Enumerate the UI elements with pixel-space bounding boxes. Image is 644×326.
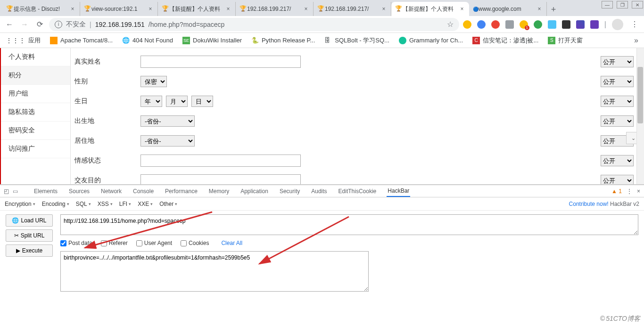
lookingfor-input[interactable] bbox=[140, 174, 301, 184]
devtools-settings-icon[interactable]: ⋮ bbox=[627, 188, 632, 195]
month-select[interactable]: 月 bbox=[166, 96, 188, 107]
bookmark-item[interactable]: Apache Tomcat/8... bbox=[50, 37, 113, 44]
device-toggle-icon[interactable]: ▭ bbox=[13, 188, 18, 195]
close-icon[interactable]: × bbox=[536, 6, 543, 12]
cookies-checkbox[interactable]: Cookies bbox=[181, 240, 209, 246]
bookmark-overflow-icon[interactable]: » bbox=[634, 36, 638, 45]
browser-tab[interactable]: view-source:192.1× bbox=[80, 2, 158, 16]
affective-input[interactable] bbox=[140, 155, 301, 167]
browser-tab[interactable]: 提示信息 - Discuz!× bbox=[2, 2, 80, 16]
devtools-tab-editthiscookie[interactable]: EditThisCookie bbox=[338, 186, 378, 196]
sidebar-item-privacy[interactable]: 隐私筛选 bbox=[1, 103, 70, 122]
devtools-tab-security[interactable]: Security bbox=[279, 186, 301, 196]
hackbar-other-menu[interactable]: Other▾ bbox=[159, 201, 177, 207]
devtools-tab-network[interactable]: Network bbox=[100, 186, 123, 196]
devtools-tab-application[interactable]: Application bbox=[239, 186, 269, 196]
privacy-select[interactable]: 公开 bbox=[601, 115, 634, 127]
devtools-close-icon[interactable]: × bbox=[637, 188, 640, 195]
back-button[interactable]: ← bbox=[4, 19, 15, 30]
bookmark-item[interactable]: SEDokuWiki Installer bbox=[182, 37, 242, 44]
hackbar-sql-menu[interactable]: SQL▾ bbox=[76, 201, 91, 207]
minimize-button[interactable]: — bbox=[602, 1, 613, 8]
hackbar-xxe-menu[interactable]: XXE▾ bbox=[138, 201, 153, 207]
privacy-select[interactable]: 公开 bbox=[601, 155, 634, 166]
devtools-tab-console[interactable]: Console bbox=[132, 186, 155, 196]
load-url-button[interactable]: 🌐 Load URL bbox=[6, 214, 53, 227]
hackbar-url-input[interactable] bbox=[60, 214, 638, 235]
vertical-scrollbar[interactable] bbox=[636, 48, 644, 184]
close-icon[interactable]: × bbox=[147, 6, 154, 12]
execute-button[interactable]: ▶ Execute bbox=[6, 244, 53, 257]
bookmark-item[interactable]: Grammarly for Ch... bbox=[399, 37, 463, 44]
extension-icon[interactable] bbox=[491, 20, 500, 29]
browser-tab[interactable]: www.google.com× bbox=[469, 2, 547, 16]
extension-icon[interactable] bbox=[590, 20, 599, 29]
sidebar-item-promotion[interactable]: 访问推广 bbox=[1, 140, 70, 158]
day-select[interactable]: 日 bbox=[191, 96, 213, 107]
residence-select[interactable]: -省份- bbox=[140, 135, 195, 147]
split-url-button[interactable]: ✂ Split URL bbox=[6, 229, 53, 242]
inspect-element-icon[interactable]: ◰ bbox=[4, 188, 9, 195]
close-button[interactable]: ✕ bbox=[632, 1, 643, 8]
hackbar-encryption-menu[interactable]: Encryption▾ bbox=[5, 201, 35, 207]
birthplace-select[interactable]: -省份- bbox=[140, 115, 195, 127]
devtools-tab-performance[interactable]: Performance bbox=[164, 186, 198, 196]
extension-icon[interactable] bbox=[477, 20, 486, 29]
extension-icon[interactable] bbox=[534, 20, 542, 29]
hackbar-encoding-menu[interactable]: Encoding▾ bbox=[42, 201, 69, 207]
reload-button[interactable]: ⟳ bbox=[34, 19, 45, 30]
extension-icon[interactable] bbox=[463, 20, 471, 29]
extension-icon[interactable] bbox=[548, 20, 556, 29]
close-icon[interactable]: × bbox=[69, 6, 76, 12]
clear-all-link[interactable]: Clear All bbox=[221, 240, 242, 246]
devtools-tab-elements[interactable]: Elements bbox=[33, 186, 58, 196]
sidebar-item-password[interactable]: 密码安全 bbox=[1, 122, 70, 140]
privacy-select[interactable]: 公开 bbox=[601, 96, 634, 107]
bookmark-item[interactable]: S打开天窗 bbox=[548, 36, 583, 45]
user-agent-checkbox[interactable]: User Agent bbox=[136, 240, 172, 246]
sidebar-item-usergroup[interactable]: 用户组 bbox=[1, 85, 70, 103]
referer-checkbox[interactable]: Referer bbox=[101, 240, 128, 246]
apps-button[interactable]: ⋮⋮⋮应用 bbox=[6, 36, 41, 45]
menu-icon[interactable]: ⋮ bbox=[629, 19, 640, 30]
extension-icon[interactable]: 1 bbox=[520, 20, 528, 29]
warning-badge[interactable]: ▲ 1 bbox=[611, 188, 622, 195]
scrollbar-thumb[interactable] bbox=[637, 67, 643, 123]
privacy-select[interactable]: 公开 bbox=[601, 76, 634, 87]
devtools-tab-audits[interactable]: Audits bbox=[310, 186, 328, 196]
close-icon[interactable]: × bbox=[459, 6, 465, 12]
post-data-checkbox[interactable]: Post data bbox=[60, 240, 92, 246]
extension-icon[interactable] bbox=[562, 20, 570, 29]
bookmark-item[interactable]: 🗄SQLBolt - 学习SQ... bbox=[324, 36, 389, 45]
sidebar-item-profile[interactable]: 个人资料 bbox=[1, 48, 70, 66]
bookmark-star-icon[interactable]: ☆ bbox=[447, 20, 454, 29]
browser-tab[interactable]: 192.168.199.217/× bbox=[314, 2, 391, 16]
hackbar-post-input[interactable] bbox=[60, 251, 369, 292]
privacy-select[interactable]: 公开 bbox=[601, 56, 634, 67]
maximize-button[interactable]: ❐ bbox=[617, 1, 628, 8]
devtools-tab-sources[interactable]: Sources bbox=[68, 186, 91, 196]
profile-avatar[interactable] bbox=[612, 19, 623, 30]
year-select[interactable]: 年 bbox=[140, 96, 162, 107]
close-icon[interactable]: × bbox=[380, 6, 387, 12]
hackbar-contribute-link[interactable]: Contribute now! HackBar v2 bbox=[569, 201, 639, 207]
hackbar-xss-menu[interactable]: XSS▾ bbox=[98, 201, 113, 207]
forward-button[interactable]: → bbox=[19, 19, 30, 30]
bookmark-item[interactable]: 🌐404 Not Found bbox=[122, 37, 173, 44]
privacy-select[interactable]: 公开 bbox=[601, 175, 634, 184]
site-info-icon[interactable]: i bbox=[55, 21, 62, 28]
close-icon[interactable]: × bbox=[225, 6, 231, 12]
bookmark-item[interactable]: C信安笔记：渗透|被... bbox=[472, 36, 538, 45]
browser-tab-active[interactable]: 【新提醒】个人资料× bbox=[391, 2, 469, 16]
new-tab-button[interactable]: + bbox=[547, 3, 560, 16]
browser-tab[interactable]: 【新提醒】个人资料× bbox=[158, 2, 236, 16]
address-input[interactable]: i 不安全 | 192.168.199.151/home.php?mod=spa… bbox=[49, 18, 459, 31]
devtools-tab-memory[interactable]: Memory bbox=[208, 186, 230, 196]
sidebar-item-credits[interactable]: 积分 bbox=[1, 66, 70, 85]
hackbar-lfi-menu[interactable]: LFI▾ bbox=[119, 201, 131, 207]
realname-input[interactable] bbox=[140, 56, 301, 68]
extension-icon[interactable] bbox=[505, 20, 514, 29]
browser-tab[interactable]: 192.168.199.217/× bbox=[236, 2, 314, 16]
devtools-tab-hackbar[interactable]: HackBar bbox=[387, 186, 410, 197]
extension-icon[interactable] bbox=[576, 20, 585, 29]
